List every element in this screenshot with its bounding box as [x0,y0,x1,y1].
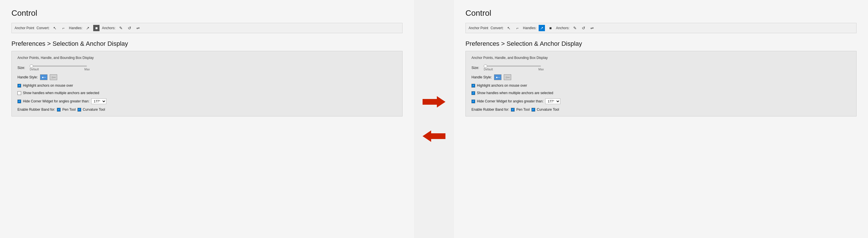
right-checkbox-row-1: Highlight anchors on mouse over [471,84,850,88]
right-handles-label: Handles: [523,26,536,30]
left-rubber-pen-cb[interactable] [57,108,61,112]
arrow-right-icon [423,96,445,108]
anchors-icon-1[interactable]: ✎ [118,25,124,31]
right-dropdown-cb[interactable] [471,99,475,103]
right-convert-icon-1[interactable]: ↖ [506,25,512,31]
svg-marker-0 [423,96,445,108]
anchors-icon-3[interactable]: ⇌ [135,25,141,31]
right-anchors-label: Anchors: [556,26,569,30]
left-cb-1[interactable] [18,84,21,88]
right-cb-1-label: Highlight anchors on mouse over [477,84,527,88]
right-prefs-box: Anchor Points, Handle, and Bounding Box … [465,51,857,116]
right-size-default: Default [484,68,493,71]
handles-icon-1[interactable]: ↗ [85,25,91,31]
left-size-label: Size: [18,66,27,70]
right-anchor-point-label: Anchor Point [469,26,488,30]
left-rubber-curve-cb[interactable] [78,108,81,112]
left-prefs-box: Anchor Points, Handle, and Bounding Box … [11,51,403,116]
arrow-left-icon [423,130,445,142]
left-handle-btn-solid[interactable]: ●─ [40,75,48,80]
right-prefs-title: Preferences > Selection & Anchor Display [465,40,857,48]
right-handles-icon-1[interactable]: ↗ [539,25,545,31]
left-handles-label: Handles: [69,26,82,30]
left-handle-btn-outline[interactable]: ○─ [50,75,57,80]
right-anchors-icon-2[interactable]: ↺ [580,25,587,31]
right-control-bar: Anchor Point Convert: ↖ ⌐ Handles: ↗ ■ A… [465,23,857,33]
convert-icon-2[interactable]: ⌐ [60,25,67,31]
left-dropdown-cb[interactable] [18,99,21,103]
right-handle-style-label: Handle Style: [471,75,492,79]
left-rubber-pen-label: Pen Tool [62,108,75,112]
left-prefs-title: Preferences > Selection & Anchor Display [11,40,403,48]
right-slider-labels: Default Max [484,68,544,71]
right-checkbox-row-2: Show handles when multiple anchors are s… [471,91,850,95]
left-cb-1-label: Highlight anchors on mouse over [23,84,73,88]
left-slider-labels: Default Max [30,68,90,71]
right-size-row: Size: Default Max [471,64,850,71]
left-prefs-section: Preferences > Selection & Anchor Display… [11,40,403,116]
left-panel: Control Anchor Point Convert: ↖ ⌐ Handle… [0,0,414,238]
left-box-title: Anchor Points, Handle, and Bounding Box … [18,56,397,60]
right-rubber-band-row: Enable Rubber Band for: Pen Tool Curvatu… [471,108,850,112]
right-handles-icon-2[interactable]: ■ [547,25,554,31]
left-control-bar: Anchor Point Convert: ↖ ⌐ Handles: ↗ ■ A… [11,23,403,33]
left-rubber-label: Enable Rubber Band for: [18,108,55,112]
right-dropdown-row: Hide Corner Widget for angles greater th… [471,98,850,104]
right-panel: Control Anchor Point Convert: ↖ ⌐ Handle… [454,0,868,238]
right-anchors-icon-3[interactable]: ⇌ [589,25,595,31]
right-handle-style-row: Handle Style: ●─ ○─ [471,75,850,80]
left-handle-btn-outline-icon: ○─ [52,76,56,79]
left-checkbox-row-2: Show handles when multiple anchors are s… [18,91,397,95]
right-slider-container: Default Max [484,64,544,71]
right-cb-2[interactable] [471,91,475,95]
left-size-max: Max [84,68,90,71]
right-size-max: Max [538,68,544,71]
right-cb-2-label: Show handles when multiple anchors are s… [477,91,553,95]
left-slider-thumb[interactable] [30,64,33,68]
right-box-title: Anchor Points, Handle, and Bounding Box … [471,56,850,60]
right-handle-btn-solid-icon: ●─ [496,76,500,79]
left-slider-track[interactable] [30,65,87,67]
left-size-row: Size: Default Max [18,64,397,71]
handles-icon-2[interactable]: ■ [93,25,99,31]
right-convert-icon-2[interactable]: ⌐ [514,25,521,31]
right-handle-btn-outline-icon: ○─ [505,76,509,79]
right-rubber-pen-label: Pen Tool [516,108,529,112]
right-prefs-section: Preferences > Selection & Anchor Display… [465,40,857,116]
right-rubber-curve-label: Curvature Tool [537,108,559,112]
right-rubber-label: Enable Rubber Band for: [471,108,509,112]
right-rubber-curve-cb[interactable] [531,108,535,112]
right-dropdown-label: Hide Corner Widget for angles greater th… [477,99,544,103]
left-anchors-label: Anchors: [102,26,115,30]
right-handle-btn-outline[interactable]: ○─ [504,75,511,80]
right-rubber-pen-cb[interactable] [511,108,515,112]
left-dropdown-select[interactable]: 177° [91,98,106,104]
left-cb-2[interactable] [18,91,21,95]
left-slider-container: Default Max [30,64,90,71]
right-handle-btn-solid[interactable]: ●─ [494,75,501,80]
left-handle-btn-solid-icon: ●─ [42,76,46,79]
right-slider-thumb[interactable] [484,64,487,68]
convert-icon-1[interactable]: ↖ [52,25,58,31]
right-size-label: Size: [471,66,482,70]
right-title: Control [465,8,857,18]
left-handle-style-row: Handle Style: ●─ ○─ [18,75,397,80]
left-anchor-point-label: Anchor Point [14,26,34,30]
left-title: Control [11,8,403,18]
right-anchors-icon-1[interactable]: ✎ [572,25,578,31]
left-rubber-curve-label: Curvature Tool [83,108,105,112]
right-dropdown-select[interactable]: 177° [545,98,560,104]
anchors-icon-2[interactable]: ↺ [126,25,133,31]
left-checkbox-row-1: Highlight anchors on mouse over [18,84,397,88]
left-dropdown-label: Hide Corner Widget for angles greater th… [23,99,90,103]
arrow-container [414,0,454,238]
left-handle-style-label: Handle Style: [18,75,38,79]
right-slider-track[interactable] [484,65,541,67]
left-cb-2-label: Show handles when multiple anchors are s… [23,91,99,95]
left-rubber-band-row: Enable Rubber Band for: Pen Tool Curvatu… [18,108,397,112]
svg-marker-1 [423,130,445,142]
left-dropdown-row: Hide Corner Widget for angles greater th… [18,98,397,104]
left-convert-label: Convert: [37,26,50,30]
right-cb-1[interactable] [471,84,475,88]
left-size-default: Default [30,68,39,71]
